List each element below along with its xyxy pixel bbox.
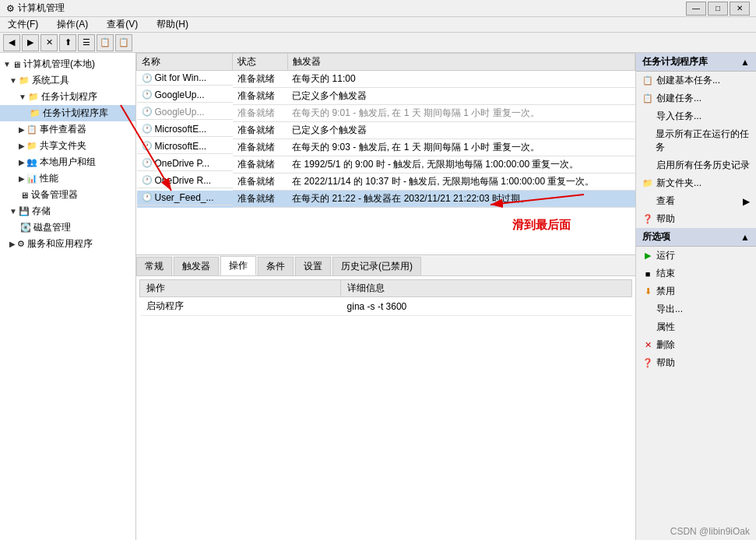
task-row[interactable]: 🕐MicrosoftE...准备就绪在每天的 9:03 - 触发后, 在 1 天… (137, 139, 635, 156)
folder-icon: 📁 (19, 75, 30, 86)
right-action-end[interactable]: ■ 结束 (636, 265, 756, 282)
sidebar-item-event-viewer[interactable]: ▶ 📋 事件查看器 (0, 121, 135, 138)
detail-col-details: 详细信息 (341, 280, 632, 297)
sidebar-item-label: 任务计划程序库 (43, 107, 108, 120)
close-button[interactable]: ✕ (730, 2, 750, 16)
up-button[interactable]: ⬆ (59, 34, 76, 51)
expand-icon: ▼ (19, 93, 26, 101)
right-action-export[interactable]: 导出... (636, 300, 756, 318)
task-row[interactable]: 🕐MicrosoftE...准备就绪已定义多个触发器 (137, 122, 635, 139)
col-trigger[interactable]: 触发器 (287, 54, 635, 71)
collapse-icon[interactable]: ▲ (740, 57, 750, 68)
sidebar-item-task-scheduler[interactable]: ▼ 📁 任务计划程序 (0, 89, 135, 105)
forward-button[interactable]: ▶ (22, 34, 39, 51)
task-row[interactable]: 🕐GoogleUp...准备就绪在每天的 9:01 - 触发后, 在 1 天 期… (137, 105, 635, 122)
right-action-help-selected[interactable]: ❓ 帮助 (636, 354, 756, 372)
collapse-icon[interactable]: ▲ (740, 232, 750, 243)
task-trigger: 在每天的 21:22 - 触发器在 2032/11/21 21:22:03 时过… (287, 191, 635, 208)
sidebar-item-label: 服务和应用程序 (27, 237, 93, 251)
right-action-import[interactable]: 导入任务... (636, 107, 756, 125)
right-section-title: 任务计划程序库 (642, 55, 708, 68)
export-icon (642, 304, 653, 315)
menu-view[interactable]: 查看(V) (102, 16, 142, 33)
task-name: 🕐MicrosoftE... (137, 122, 233, 137)
run-icon: ▶ (642, 251, 653, 261)
expand-icon: ▶ (9, 240, 16, 248)
tab-trigger[interactable]: 触发器 (174, 257, 219, 275)
task-name: 🕐GoogleUp... (137, 105, 233, 120)
col-name[interactable]: 名称 (137, 54, 233, 71)
sidebar-item-performance[interactable]: ▶ 📊 性能 (0, 170, 135, 187)
sidebar-item-task-library[interactable]: 📁 任务计划程序库 (0, 105, 135, 121)
tab-general[interactable]: 常规 (136, 257, 172, 275)
task-row[interactable]: 🕐GoogleUp...准备就绪已定义多个触发器 (137, 88, 635, 105)
right-action-view[interactable]: 查看 ▶ (636, 192, 756, 210)
sidebar-item-label: 性能 (40, 172, 58, 185)
task-status: 准备就绪 (233, 105, 287, 122)
sidebar-item-root[interactable]: ▼ 🖥 计算机管理(本地) (0, 56, 135, 72)
tab-history[interactable]: 历史记录(已禁用) (332, 257, 421, 275)
help-icon: ❓ (642, 214, 653, 225)
menu-file[interactable]: 文件(F) (3, 16, 43, 33)
expand-icon: ▶ (19, 174, 25, 183)
task-list-area: 名称 状态 触发器 🕐Git for Win...准备就绪在每天的 11:00🕐… (136, 53, 635, 255)
sidebar-item-system-tools[interactable]: ▼ 📁 系统工具 (0, 72, 135, 89)
right-action-delete[interactable]: ✕ 删除 (636, 336, 756, 354)
right-action-show-running[interactable]: 显示所有正在运行的任务 (636, 125, 756, 156)
view-icon (642, 196, 653, 207)
right-panel: 任务计划程序库 ▲ 📋 创建基本任务... 📋 创建任务... 导入任务... … (635, 53, 756, 540)
expand-icon: ▶ (19, 158, 25, 167)
sidebar-item-label: 系统工具 (32, 74, 69, 87)
right-action-help-library[interactable]: ❓ 帮助 (636, 210, 756, 228)
tab-settings[interactable]: 设置 (295, 257, 331, 275)
expand-icon: ▼ (9, 76, 17, 85)
minimize-button[interactable]: — (686, 2, 706, 16)
right-action-new-folder[interactable]: 📁 新文件夹... (636, 174, 756, 192)
task-row[interactable]: 🕐Git for Win...准备就绪在每天的 11:00 (137, 71, 635, 88)
sidebar-item-disk-management[interactable]: 💽 磁盘管理 (0, 219, 135, 236)
sidebar-item-local-users[interactable]: ▶ 👥 本地用户和组 (0, 154, 135, 170)
right-action-enable-history[interactable]: 启用所有任务历史记录 (636, 156, 756, 174)
window-title: 计算机管理 (18, 2, 65, 15)
menu-button[interactable]: ☰ (78, 34, 95, 51)
title-bar-left: ⚙ 计算机管理 (6, 2, 65, 15)
right-action-disable[interactable]: ⬇ 禁用 (636, 282, 756, 300)
right-action-create[interactable]: 📋 创建任务... (636, 89, 756, 107)
sidebar-item-label: 任务计划程序 (41, 90, 97, 103)
task-table-scroll[interactable]: 名称 状态 触发器 🕐Git for Win...准备就绪在每天的 11:00🕐… (136, 53, 635, 254)
task-row[interactable]: 🕐OneDrive R...准备就绪在 2022/11/14 的 10:37 时… (137, 174, 635, 191)
sidebar-item-shared-folders[interactable]: ▶ 📁 共享文件夹 (0, 138, 135, 154)
right-action-label: 属性 (656, 321, 675, 334)
right-action-properties[interactable]: 属性 (636, 318, 756, 336)
folder-icon: 📁 (26, 141, 37, 151)
detail-tabs: 常规 触发器 操作 条件 设置 历史记录(已禁用) (136, 255, 635, 276)
detail-area: 常规 触发器 操作 条件 设置 历史记录(已禁用) 操作 详细信息 (136, 255, 635, 540)
properties-icon (642, 322, 653, 333)
right-action-create-basic[interactable]: 📋 创建基本任务... (636, 72, 756, 89)
task-name-label: Git for Win... (155, 72, 207, 83)
sidebar-item-device-manager[interactable]: 🖥 设备管理器 (0, 187, 135, 203)
detail-operation: 启动程序 (140, 297, 341, 316)
folder-icon: 📁 (28, 92, 39, 102)
tab-action[interactable]: 操作 (220, 256, 256, 275)
extra-button2[interactable]: 📋 (115, 34, 132, 51)
create-icon: 📋 (642, 93, 653, 104)
tab-condition[interactable]: 条件 (258, 257, 294, 275)
clock-icon: 🕐 (142, 107, 153, 117)
task-name: 🕐User_Feed_... (137, 191, 233, 205)
stop-button[interactable]: ✕ (40, 34, 58, 51)
maximize-button[interactable]: □ (708, 2, 728, 16)
col-status[interactable]: 状态 (233, 54, 287, 71)
menu-action[interactable]: 操作(A) (52, 16, 93, 33)
back-button[interactable]: ◀ (3, 34, 20, 51)
extra-button1[interactable]: 📋 (97, 34, 114, 51)
task-row[interactable]: 🕐User_Feed_...准备就绪在每天的 21:22 - 触发器在 2032… (137, 191, 635, 208)
sidebar-item-services[interactable]: ▶ ⚙ 服务和应用程序 (0, 236, 135, 252)
task-trigger: 在每天的 11:00 (287, 71, 635, 88)
sidebar-item-storage[interactable]: ▼ 💾 存储 (0, 203, 135, 219)
menu-help[interactable]: 帮助(H) (152, 16, 193, 33)
task-row[interactable]: 🕐OneDrive P...准备就绪在 1992/5/1 的 9:00 时 - … (137, 156, 635, 174)
right-action-label: 帮助 (656, 356, 675, 370)
right-action-run[interactable]: ▶ 运行 (636, 247, 756, 265)
detail-row: 启动程序 gina -s -t 3600 (140, 297, 632, 316)
